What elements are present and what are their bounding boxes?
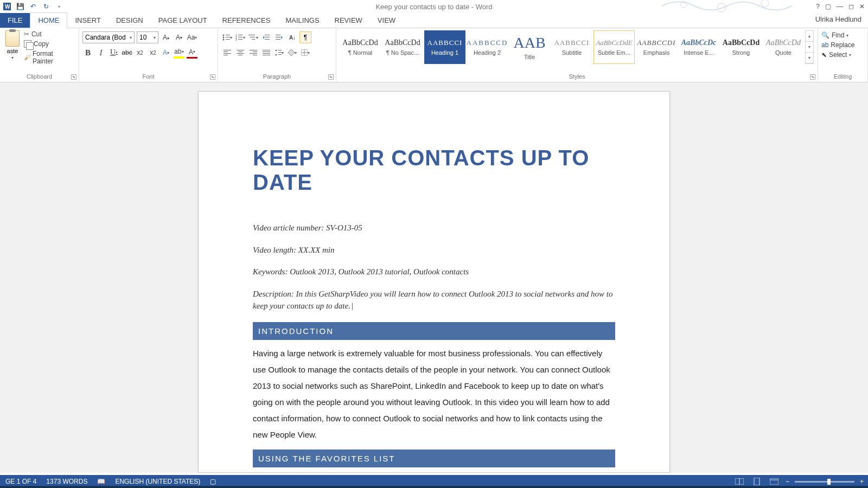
scroll-up-icon[interactable]: ▴ <box>806 31 813 42</box>
superscript-button[interactable]: x2 <box>148 47 158 59</box>
paste-button[interactable]: aste ▾ <box>3 29 22 65</box>
style-tile-strong[interactable]: AaBbCcDdStrong <box>720 30 762 64</box>
replace-button[interactable]: abReplace <box>821 41 864 49</box>
strikethrough-button[interactable]: abc <box>122 47 132 59</box>
show-hide-button[interactable]: ¶ <box>299 31 311 43</box>
close-icon[interactable]: ✕ <box>859 3 865 10</box>
bullets-button[interactable]: ▾ <box>221 31 233 43</box>
cut-button[interactable]: ✂Cut <box>24 30 75 38</box>
expand-gallery-icon[interactable]: ▾ <box>806 53 813 63</box>
tab-insert[interactable]: INSERT <box>67 13 108 28</box>
tab-view[interactable]: VIEW <box>370 13 403 28</box>
tab-page-layout[interactable]: PAGE LAYOUT <box>151 13 215 28</box>
style-tile--normal[interactable]: AaBbCcDd¶ Normal <box>340 30 381 64</box>
multilevel-list-button[interactable]: ▾ <box>247 31 259 43</box>
change-case-button[interactable]: Aa▾ <box>187 31 197 43</box>
print-layout-button[interactable] <box>751 477 763 486</box>
paragraph-launcher[interactable]: ⬊ <box>328 74 334 80</box>
maximize-icon[interactable]: ◻ <box>848 3 854 10</box>
tab-design[interactable]: DESIGN <box>108 13 151 28</box>
scroll-down-icon[interactable]: ▾ <box>806 42 813 53</box>
font-color-button[interactable]: A▾ <box>187 47 197 59</box>
style-tile-heading-1[interactable]: AABBCCIHeading 1 <box>424 30 465 64</box>
shrink-font-button[interactable]: A▾ <box>174 31 184 43</box>
zoom-out-button[interactable]: − <box>786 478 789 485</box>
zoom-slider[interactable] <box>795 481 854 483</box>
highlight-button[interactable]: ab▾ <box>174 47 184 59</box>
redo-icon[interactable]: ↻ <box>41 2 51 11</box>
status-page[interactable]: GE 1 OF 4 <box>5 478 36 485</box>
style-tile--no-spac-[interactable]: AaBbCcDd¶ No Spac... <box>382 30 423 64</box>
svg-rect-23 <box>276 35 280 35</box>
justify-button[interactable] <box>260 47 272 59</box>
minimize-icon[interactable]: — <box>837 3 843 10</box>
increase-indent-button[interactable] <box>273 31 285 43</box>
document-area[interactable]: KEEP YOUR CONTACTS UP TO DATE Video arti… <box>0 82 868 473</box>
taskbar <box>0 486 868 488</box>
text-effects-button[interactable]: A▾ <box>161 47 171 59</box>
tab-home[interactable]: HOME <box>30 12 67 28</box>
read-mode-button[interactable] <box>733 477 745 486</box>
svg-rect-17 <box>248 35 255 35</box>
style-tile-intense-e-[interactable]: AaBbCcDcIntense E... <box>678 30 719 64</box>
help-icon[interactable]: ? <box>816 3 820 10</box>
grow-font-button[interactable]: A▴ <box>161 31 171 43</box>
user-name[interactable]: Ulrika Hedlund <box>815 15 861 23</box>
tab-file[interactable]: FILE <box>0 13 30 28</box>
paste-icon <box>5 30 20 47</box>
clipboard-launcher[interactable]: ⬊ <box>71 74 76 80</box>
align-center-button[interactable] <box>234 47 246 59</box>
style-tile-subtitle[interactable]: AABBCCISubtitle <box>551 30 592 64</box>
macro-icon[interactable]: ▢ <box>210 478 216 485</box>
tab-references[interactable]: REFERENCES <box>215 13 278 28</box>
italic-button[interactable]: I <box>95 47 106 59</box>
style-tile-heading-2[interactable]: AABBCCDHeading 2 <box>467 30 508 64</box>
subscript-button[interactable]: x2 <box>135 47 145 59</box>
copy-button[interactable]: Copy <box>24 40 75 48</box>
page: KEEP YOUR CONTACTS UP TO DATE Video arti… <box>198 91 670 473</box>
bold-button[interactable]: B <box>82 47 93 59</box>
style-name-label: Heading 2 <box>474 49 501 56</box>
styles-launcher[interactable]: ⬊ <box>810 74 815 80</box>
status-language[interactable]: ENGLISH (UNITED STATES) <box>115 478 200 485</box>
shading-button[interactable]: ▾ <box>286 47 298 59</box>
numbering-button[interactable]: 123▾ <box>234 31 246 43</box>
spellcheck-icon[interactable]: 📖 <box>97 478 105 485</box>
document-title: KEEP YOUR CONTACTS UP TO DATE <box>253 146 615 195</box>
style-tile-subtle-em-[interactable]: AaBbCcDdESubtle Em... <box>593 30 635 64</box>
decrease-indent-button[interactable] <box>260 31 272 43</box>
underline-button[interactable]: U▾ <box>108 47 119 59</box>
svg-rect-14 <box>238 37 242 37</box>
font-size-combo[interactable]: 10▾ <box>137 31 158 43</box>
svg-point-5 <box>223 35 225 36</box>
tab-mailings[interactable]: MAILINGS <box>278 13 327 28</box>
meta-article-number: Video article number: SV-O13-05 <box>253 222 615 234</box>
style-tile-title[interactable]: AABTitle <box>509 30 550 64</box>
styles-scrollbar[interactable]: ▴▾▾ <box>805 30 814 64</box>
font-launcher[interactable]: ⬊ <box>210 74 215 80</box>
ribbon-display-icon[interactable]: ▢ <box>825 3 831 10</box>
tab-review[interactable]: REVIEW <box>327 13 370 28</box>
select-button[interactable]: ⬉Select▾ <box>821 51 864 59</box>
select-label: Select <box>829 51 847 59</box>
borders-button[interactable]: ▾ <box>299 47 311 59</box>
svg-rect-25 <box>276 39 280 40</box>
align-left-button[interactable] <box>221 47 233 59</box>
sort-button[interactable]: A↓ <box>286 31 298 43</box>
line-spacing-button[interactable]: ▾ <box>273 47 285 59</box>
copy-icon <box>24 40 31 48</box>
style-name-label: Quote <box>775 49 792 56</box>
web-layout-button[interactable] <box>768 477 780 486</box>
qat-dropdown-icon[interactable]: ▾ <box>54 2 64 11</box>
style-tile-quote[interactable]: AaBbCcDdQuote <box>763 30 804 64</box>
font-name-combo[interactable]: Candara (Bod▾ <box>82 31 135 43</box>
align-right-button[interactable] <box>247 47 259 59</box>
save-icon[interactable]: 💾 <box>15 2 25 11</box>
find-button[interactable]: 🔍Find▾ <box>821 31 864 39</box>
undo-icon[interactable]: ↶ <box>28 2 38 11</box>
format-painter-button[interactable]: 🖌Format Painter <box>24 50 75 65</box>
status-words[interactable]: 1373 WORDS <box>46 478 87 485</box>
zoom-in-button[interactable]: + <box>860 478 864 485</box>
style-tile-emphasis[interactable]: AABBCCDIEmphasis <box>636 30 677 64</box>
svg-rect-18 <box>250 37 255 37</box>
